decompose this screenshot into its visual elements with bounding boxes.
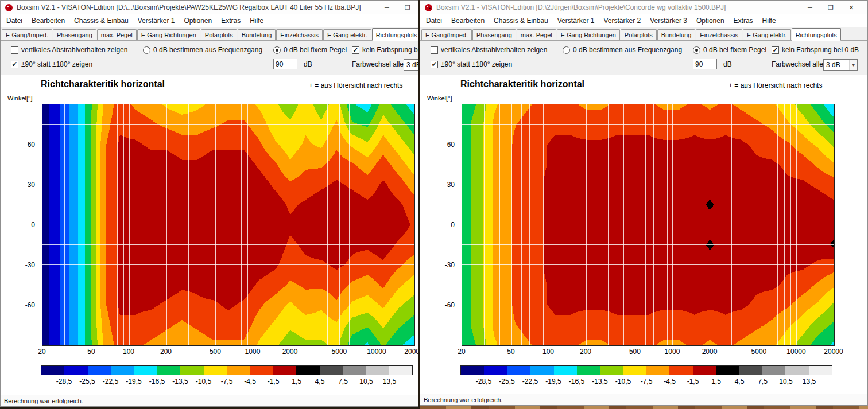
radio-0db-from-response[interactable]: 0 dB bestimmen aus Frequenzgang — [143, 46, 262, 54]
menu-item[interactable]: Verstärker 1 — [133, 17, 180, 25]
menu-item[interactable]: Chassis & Einbau — [489, 17, 553, 25]
color-scale-segment — [227, 366, 250, 375]
heatmap-canvas — [42, 104, 415, 346]
radio-0db-fixed-level[interactable]: 0 dB bei fixem Pegel — [693, 46, 766, 54]
x-tick-label: 500 — [210, 348, 221, 356]
checkbox-no-color-jump[interactable]: ✓ kein Farbsprung bei 0 dB — [352, 46, 418, 54]
scale-label: -25,5 — [499, 377, 514, 385]
scale-label: -28,5 — [476, 377, 491, 385]
fixed-level-input[interactable] — [273, 59, 297, 69]
color-scale-segment — [296, 366, 319, 375]
minimize-button[interactable]: ─ — [800, 1, 820, 14]
tab[interactable]: Richtungsplots — [792, 28, 841, 41]
status-text: Berechnung war erfolgreich. — [424, 396, 503, 403]
app-icon — [5, 3, 13, 12]
menu-item[interactable]: Chassis & Einbau — [69, 17, 133, 25]
menu-item[interactable]: Extras — [216, 17, 245, 25]
menu-item[interactable]: Verstärker 1 — [553, 17, 599, 25]
scale-label: 10,5 — [359, 377, 373, 385]
tab[interactable]: Phasengang — [53, 29, 96, 40]
scale-label: -7,5 — [641, 377, 653, 385]
color-scale-bar — [460, 365, 832, 375]
color-scale-labels: -28,5-25,5-22,5-19,5-16,5-13,5-10,5-7,5-… — [460, 377, 832, 387]
color-scale-segment — [134, 366, 157, 375]
menu-item[interactable]: Bearbeiten — [447, 17, 489, 25]
fixed-level-input[interactable] — [693, 59, 717, 69]
menu-item[interactable]: Verstärker 3 — [645, 17, 692, 25]
x-tick-label: 20 — [458, 348, 465, 356]
plot-title: Richtcharakteritik horizontal — [460, 79, 584, 89]
radio-0db-from-response[interactable]: 0 dB bestimmen aus Frequenzgang — [563, 46, 682, 54]
y-tick-label: 60 — [447, 141, 455, 149]
color-scale-segment — [204, 366, 227, 375]
tab[interactable]: Polarplots — [621, 29, 657, 40]
x-tick-label: 1000 — [665, 348, 680, 356]
scale-label: -1,5 — [268, 377, 280, 385]
tab[interactable]: Polarplots — [201, 29, 237, 40]
x-tick-label: 100 — [542, 348, 554, 356]
maximize-button[interactable]: ❐ — [820, 1, 841, 14]
checkbox-vertical-pattern[interactable]: vertikales Abstrahlverhalten zeigen — [431, 46, 547, 54]
scale-label: 1,5 — [711, 377, 721, 385]
controls-panel: vertikales Abstrahlverhalten zeigen 0 dB… — [420, 41, 868, 75]
tab[interactable]: Bündelung — [657, 29, 696, 40]
color-scale-segment — [739, 366, 762, 375]
scale-label: 4,5 — [735, 377, 745, 385]
scale-label: -13,5 — [592, 377, 607, 385]
menu-item[interactable]: Extras — [729, 17, 758, 25]
y-tick-label: -60 — [25, 301, 35, 309]
radio-icon — [273, 46, 281, 54]
tab[interactable]: F-Gang/Imped. — [421, 29, 472, 40]
color-scale-segment — [88, 366, 111, 375]
tab[interactable]: Richtungsplots — [372, 28, 418, 41]
menu-item[interactable]: Hilfe — [245, 17, 268, 25]
menu-item[interactable]: Verstärker 2 — [599, 17, 645, 25]
checkbox-pm90[interactable]: ✓ ±90° statt ±180° zeigen — [431, 60, 512, 68]
close-button[interactable]: ✕ — [418, 1, 418, 14]
tab[interactable]: F-Gang elektr. — [743, 29, 791, 40]
tab[interactable]: Einzelchassis — [276, 29, 323, 40]
tab[interactable]: Phasengang — [472, 29, 516, 40]
checkbox-no-color-jump[interactable]: ✓ kein Farbsprung bei 0 dB — [772, 46, 859, 54]
scale-label: -16,5 — [569, 377, 584, 385]
farbwechsel-dropdown[interactable]: 3 dB ▾ — [404, 59, 418, 71]
tab[interactable]: max. Pegel — [517, 29, 556, 40]
checkbox-vertical-pattern[interactable]: vertikales Abstrahlverhalten zeigen — [11, 46, 127, 54]
tab[interactable]: F-Gang elektr. — [323, 29, 371, 40]
tab[interactable]: F-Gang Richtungen — [557, 29, 620, 40]
menu-item[interactable]: Hilfe — [758, 17, 781, 25]
x-tick-label: 200 — [580, 348, 591, 356]
plot-note: + = aus Hörersicht nach rechts — [728, 81, 822, 89]
menu-item[interactable]: Bearbeiten — [27, 17, 69, 25]
heatmap-canvas — [462, 104, 835, 346]
color-scale-segment — [64, 366, 87, 375]
menu-item[interactable]: Datei — [2, 17, 27, 25]
checkbox-pm90[interactable]: ✓ ±90° statt ±180° zeigen — [11, 60, 92, 68]
tab[interactable]: Einzelchassis — [696, 29, 742, 40]
checkbox-icon: ✓ — [772, 46, 779, 54]
menu-item[interactable]: Optionen — [692, 17, 729, 25]
menu-item[interactable]: Optionen — [179, 17, 216, 25]
scale-label: -13,5 — [172, 377, 188, 385]
scale-label: 13,5 — [383, 377, 396, 385]
menu-item[interactable]: Datei — [421, 17, 447, 25]
app-icon — [424, 3, 433, 12]
scale-label: -19,5 — [126, 377, 141, 385]
farbwechsel-dropdown[interactable]: 3 dB ▾ — [823, 59, 858, 71]
checkbox-icon — [431, 46, 438, 54]
tab[interactable]: F-Gang/Imped. — [2, 29, 52, 40]
checkbox-icon: ✓ — [11, 61, 18, 68]
minimize-button[interactable]: ─ — [377, 1, 397, 14]
close-button[interactable]: ✕ — [841, 1, 862, 14]
tab[interactable]: Bündelung — [238, 29, 276, 40]
tab[interactable]: F-Gang Richtungen — [137, 29, 200, 40]
color-scale-segment — [389, 366, 412, 375]
titlebar[interactable]: Boxsim V2.1 - VISATON-Edition [D:\...\Bo… — [1, 1, 418, 14]
titlebar[interactable]: Boxsim V2.1 - VISATON-Edition [D:\2Jürge… — [420, 1, 868, 14]
maximize-button[interactable]: ❐ — [397, 1, 418, 14]
checkbox-icon: ✓ — [352, 46, 359, 54]
tab[interactable]: max. Pegel — [97, 29, 137, 40]
radio-0db-fixed-level[interactable]: 0 dB bei fixem Pegel — [273, 46, 347, 54]
scale-label: -22,5 — [522, 377, 538, 385]
color-scale-bar — [41, 365, 413, 375]
